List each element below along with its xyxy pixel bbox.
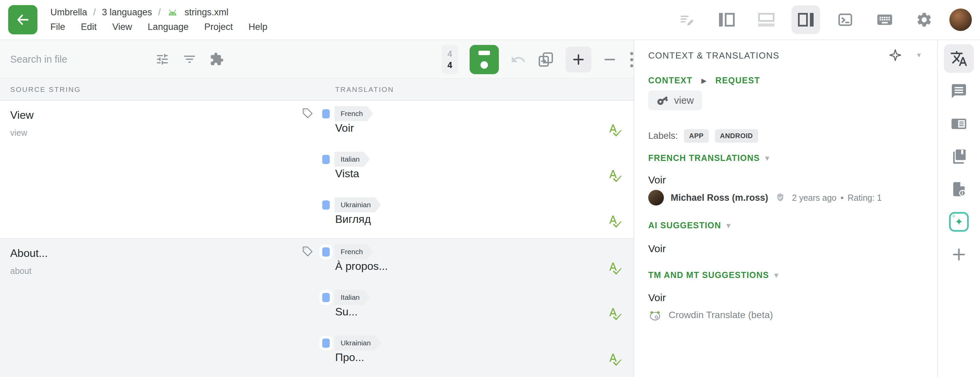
author-avatar[interactable] bbox=[648, 190, 664, 205]
translation-row[interactable]: Italian Su... bbox=[301, 285, 633, 330]
keyboard-shortcuts-button[interactable] bbox=[870, 5, 899, 34]
sidebar-tab-glossary[interactable] bbox=[944, 142, 974, 171]
string-key-text: view bbox=[674, 95, 694, 106]
approve-spellcheck-icon[interactable] bbox=[608, 168, 623, 183]
translation-row[interactable]: Ukrainian Про... bbox=[301, 330, 633, 375]
section-ai-suggestion[interactable]: AI SUGGESTION ▾ bbox=[648, 221, 730, 231]
section-french-translations[interactable]: FRENCH TRANSLATIONS ▾ bbox=[648, 153, 769, 163]
menu-language[interactable]: Language bbox=[148, 22, 189, 32]
label-chip-android[interactable]: ANDROID bbox=[715, 129, 758, 143]
sidebar-tab-ai-assistant[interactable]: ✦ ✧ bbox=[944, 208, 974, 236]
translation-row[interactable]: French À propos... bbox=[301, 239, 633, 285]
menu-view[interactable]: View bbox=[112, 22, 132, 32]
translation-text: Vista bbox=[335, 167, 360, 180]
menu-file[interactable]: File bbox=[50, 22, 65, 32]
filter-icon[interactable] bbox=[182, 52, 197, 66]
panel-tabs: CONTEXT ▶ REQUEST bbox=[648, 76, 760, 85]
language-badge: Ukrainian bbox=[334, 197, 381, 212]
user-avatar[interactable] bbox=[950, 8, 972, 31]
labels-row: Labels: APP ANDROID bbox=[648, 129, 758, 143]
ai-assistant-icon: ✦ ✧ bbox=[949, 212, 969, 232]
string-row-view[interactable]: View view French Voir bbox=[0, 101, 633, 239]
approve-spellcheck-icon[interactable] bbox=[608, 122, 623, 137]
layout-right-icon bbox=[798, 13, 814, 27]
crowdin-translate-icon bbox=[648, 308, 662, 322]
settings-button[interactable] bbox=[910, 5, 939, 34]
string-row-about[interactable]: About... about French À propos... bbox=[0, 239, 633, 377]
layout-side-by-side-button[interactable] bbox=[713, 5, 741, 34]
breadcrumb-file[interactable]: strings.xml bbox=[185, 7, 228, 18]
string-rows: View view French Voir bbox=[0, 101, 633, 377]
layout-left-icon bbox=[719, 13, 735, 27]
translate-icon bbox=[950, 50, 968, 67]
approve-spellcheck-icon[interactable] bbox=[608, 306, 623, 321]
file-info-icon bbox=[950, 181, 967, 198]
string-counter: 4 4 bbox=[442, 45, 458, 74]
menu-project[interactable]: Project bbox=[204, 22, 233, 32]
draft-mode-button[interactable] bbox=[673, 5, 702, 34]
draft-edit-icon bbox=[679, 11, 695, 28]
header-center: Umbrella / 3 languages / strings.xml Fil… bbox=[50, 7, 267, 32]
back-arrow-icon bbox=[15, 12, 30, 27]
source-string-key: about bbox=[10, 266, 32, 276]
string-status-marker bbox=[322, 339, 330, 348]
string-status-marker bbox=[322, 200, 330, 210]
breadcrumb-separator: / bbox=[93, 7, 96, 18]
save-floppy-icon bbox=[479, 51, 490, 55]
approve-spellcheck-icon[interactable] bbox=[608, 352, 623, 367]
tm-suggestion-text[interactable]: Voir bbox=[648, 292, 666, 304]
caret-down-icon: ▾ bbox=[765, 154, 769, 162]
glossary-book-icon bbox=[950, 148, 967, 165]
advanced-filter-icon[interactable] bbox=[155, 52, 169, 66]
sidebar-tab-translations[interactable] bbox=[944, 44, 974, 73]
label-chip-app[interactable]: APP bbox=[684, 129, 709, 143]
labels-caption: Labels: bbox=[648, 130, 678, 141]
breadcrumb-languages[interactable]: 3 languages bbox=[102, 7, 152, 18]
sidebar-add-section[interactable] bbox=[944, 240, 974, 269]
console-button[interactable] bbox=[831, 5, 859, 34]
string-key-chip[interactable]: view bbox=[648, 91, 702, 110]
author-name[interactable]: Michael Ross (m.ross) bbox=[671, 192, 768, 203]
key-icon bbox=[656, 94, 669, 107]
plugins-icon[interactable] bbox=[210, 52, 224, 66]
suggestion-rating: Rating: 1 bbox=[848, 193, 882, 203]
tab-context[interactable]: CONTEXT bbox=[648, 76, 692, 85]
string-status-marker bbox=[322, 293, 330, 302]
translation-row[interactable]: Ukrainian Вигляд bbox=[301, 192, 633, 237]
sidebar-tab-context-card[interactable] bbox=[944, 110, 974, 138]
translation-row[interactable]: French Voir bbox=[301, 101, 633, 146]
layout-right-panel-button[interactable] bbox=[791, 5, 820, 34]
section-tm-mt-suggestions[interactable]: TM AND MT SUGGESTIONS ▾ bbox=[648, 270, 778, 280]
sidebar-tab-comments[interactable] bbox=[944, 77, 974, 105]
tab-request[interactable]: REQUEST bbox=[715, 76, 760, 85]
undo-button[interactable] bbox=[511, 52, 526, 67]
sidebar-tab-file-info[interactable] bbox=[944, 175, 974, 204]
table-header: SOURCE STRING TRANSLATION bbox=[0, 79, 633, 101]
string-status-marker bbox=[322, 247, 330, 256]
layout-bottom-icon bbox=[758, 13, 775, 27]
header-actions bbox=[673, 5, 972, 34]
remove-string-button[interactable] bbox=[603, 53, 617, 66]
french-suggestion-text[interactable]: Voir bbox=[648, 174, 666, 186]
save-button[interactable] bbox=[469, 45, 499, 74]
search-input[interactable] bbox=[10, 54, 146, 65]
translation-text: Voir bbox=[335, 122, 354, 134]
menu-edit[interactable]: Edit bbox=[81, 22, 97, 32]
approve-spellcheck-icon[interactable] bbox=[608, 261, 623, 275]
ai-suggestion-text[interactable]: Voir bbox=[648, 243, 666, 255]
breadcrumb-project[interactable]: Umbrella bbox=[50, 7, 87, 18]
counter-bottom: 4 bbox=[447, 60, 452, 70]
translation-row[interactable]: Italian Vista bbox=[301, 146, 633, 192]
panel-collapse-caret-icon[interactable]: ▾ bbox=[917, 51, 921, 59]
layout-bottom-button[interactable] bbox=[752, 5, 781, 34]
add-string-button[interactable] bbox=[566, 47, 592, 73]
shield-check-icon bbox=[775, 192, 785, 203]
approve-spellcheck-icon[interactable] bbox=[608, 214, 623, 229]
copy-source-button[interactable] bbox=[538, 51, 554, 68]
menu-help[interactable]: Help bbox=[248, 22, 267, 32]
back-button[interactable] bbox=[8, 5, 37, 34]
meta-separator: • bbox=[840, 193, 843, 203]
sparkle-icon[interactable] bbox=[888, 48, 902, 62]
breadcrumb: Umbrella / 3 languages / strings.xml bbox=[50, 7, 267, 18]
crowdin-editor: Umbrella / 3 languages / strings.xml Fil… bbox=[0, 0, 980, 377]
